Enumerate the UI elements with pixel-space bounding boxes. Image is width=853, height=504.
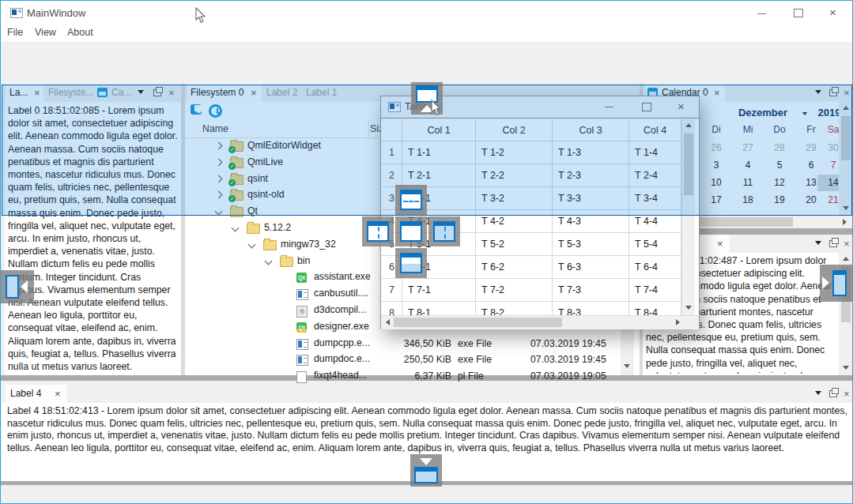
file-size: 250,50 KiB <box>372 352 451 367</box>
file-type: exe File <box>458 352 492 367</box>
app-icon <box>10 8 23 18</box>
tree-row[interactable]: canbusutil.... <box>185 286 370 302</box>
tree-item-name: mingw73_32 <box>281 237 336 252</box>
file-detail-row: 346,50 KiBexe File07.03.2019 19:45 <box>372 336 640 352</box>
file-size: 6,37 KiB <box>372 368 451 384</box>
dock-split-right-icon <box>433 221 455 242</box>
table-cell[interactable]: T 7-1 <box>402 279 476 302</box>
app-exe-icon <box>296 339 308 350</box>
collapse-icon[interactable] <box>265 258 273 265</box>
collapse-icon[interactable] <box>232 224 240 232</box>
dock-right-icon <box>832 270 847 296</box>
menu-about[interactable]: About <box>67 27 93 38</box>
file-modified: 07.03.2019 19:45 <box>530 336 606 352</box>
drop-indicator-bottom-edge[interactable] <box>410 454 442 487</box>
arrow-up-icon <box>421 105 433 112</box>
tree-row[interactable]: ⚙d3dcompil... <box>185 303 370 318</box>
tree-item-name: 5.12.2 <box>264 220 291 235</box>
status-bar <box>1 485 852 504</box>
arrow-down-icon <box>420 458 432 465</box>
tree-item-name: d3dcompil... <box>314 303 366 318</box>
table-row-header[interactable]: 7 <box>382 279 402 302</box>
drop-indicator-area-left[interactable] <box>362 216 394 246</box>
tree-item-name: designer.exe <box>314 319 369 334</box>
folder-icon <box>247 224 260 234</box>
dock-tab-icon <box>400 221 422 242</box>
sys-file-icon: ⚙ <box>296 306 308 318</box>
table-cell[interactable]: T 6-2 <box>476 256 553 279</box>
file-type: pl File <box>458 368 484 384</box>
scroll-left-icon[interactable] <box>386 319 390 325</box>
folder-icon <box>263 240 277 250</box>
tree-row[interactable]: fixqt4head... <box>185 368 370 384</box>
drop-indicator-right-edge[interactable] <box>820 265 853 302</box>
dock-bottom-icon <box>414 467 438 483</box>
tree-row[interactable]: dumpcpp.e... <box>185 336 370 352</box>
dock-split-top-icon <box>400 190 422 210</box>
menu-view[interactable]: View <box>35 27 56 38</box>
qt-exe-icon: Qt <box>296 273 307 283</box>
tree-item-name: dumpdoc.e... <box>314 352 370 367</box>
tree-row[interactable]: bin <box>185 254 370 269</box>
table-cell[interactable]: T 6-3 <box>553 256 629 279</box>
app-exe-icon <box>296 289 308 300</box>
drop-indicator-left-edge[interactable] <box>0 270 34 303</box>
tree-row[interactable]: dumpdoc.e... <box>185 352 370 367</box>
collapse-icon[interactable] <box>248 241 256 249</box>
table-cell[interactable]: T 5-3 <box>553 233 629 256</box>
tree-row[interactable]: Qtdesigner.exe <box>185 319 370 335</box>
main-window: MainWindow × File View About Save State … <box>0 0 853 504</box>
arrow-left-icon <box>21 280 28 293</box>
tree-item-name: canbusutil.... <box>314 286 368 301</box>
file-detail-row: 6,37 KiBpl File07.03.2019 19:05 <box>372 368 640 384</box>
file-detail-row: 250,50 KiBexe File07.03.2019 19:45 <box>372 352 640 367</box>
close-icon[interactable]: × <box>829 6 836 18</box>
toolbar: Save State Restore State test1 Create Pe… <box>1 42 852 81</box>
folder-icon <box>280 257 293 267</box>
drop-indicator-area-bottom[interactable] <box>395 248 427 278</box>
table-cell[interactable]: T 6-4 <box>629 256 681 279</box>
file-type: exe File <box>458 336 492 352</box>
table-cell[interactable]: T 5-2 <box>476 233 553 256</box>
table-cell[interactable]: T 5-4 <box>629 233 681 256</box>
app-exe-icon <box>296 355 308 366</box>
tree-item-name: bin <box>297 254 310 269</box>
tree-row[interactable]: Qtassistant.exe <box>185 269 370 285</box>
file-modified: 07.03.2019 19:05 <box>530 368 606 384</box>
tree-item-name: fixqt4head... <box>314 368 367 383</box>
dock-left-icon <box>6 275 19 299</box>
tree-item-name: dumpcpp.e... <box>314 336 370 351</box>
minimize-icon[interactable] <box>757 13 766 14</box>
tree-row[interactable]: 5.12.2 <box>185 220 370 236</box>
table-cell[interactable]: T 7-2 <box>476 279 553 302</box>
tree-item-name: assistant.exe <box>314 269 370 284</box>
qt-exe-designer-icon: Qt <box>296 322 307 333</box>
drop-indicator-top-edge[interactable] <box>411 82 443 115</box>
file-size: 346,50 KiB <box>372 336 451 352</box>
table-cell[interactable]: T 7-4 <box>629 279 681 302</box>
dock-split-bottom-icon <box>400 253 422 273</box>
menu-bar: File View About <box>1 24 852 42</box>
maximize-icon[interactable] <box>794 9 803 17</box>
table-hscrollbar[interactable] <box>381 315 699 329</box>
title-bar[interactable]: MainWindow × <box>1 1 852 24</box>
dock-top-icon <box>416 85 438 103</box>
dock-split-left-icon <box>367 221 389 242</box>
scrollbar-thumb[interactable] <box>394 318 562 327</box>
tree-row[interactable]: mingw73_32 <box>185 237 370 253</box>
drop-indicator-area-right[interactable] <box>428 216 460 246</box>
arrow-right-icon <box>822 276 829 289</box>
window-title: MainWindow <box>27 7 85 19</box>
table-cell[interactable]: T 7-3 <box>553 279 629 302</box>
file-modified: 07.03.2019 19:45 <box>530 352 606 367</box>
scroll-down-icon[interactable] <box>685 306 692 310</box>
drop-indicator-area-center[interactable] <box>395 216 427 246</box>
menu-file[interactable]: File <box>7 27 23 38</box>
drop-indicator-area-top[interactable] <box>395 185 427 215</box>
scroll-right-icon[interactable] <box>676 319 680 325</box>
file-icon <box>296 371 307 383</box>
